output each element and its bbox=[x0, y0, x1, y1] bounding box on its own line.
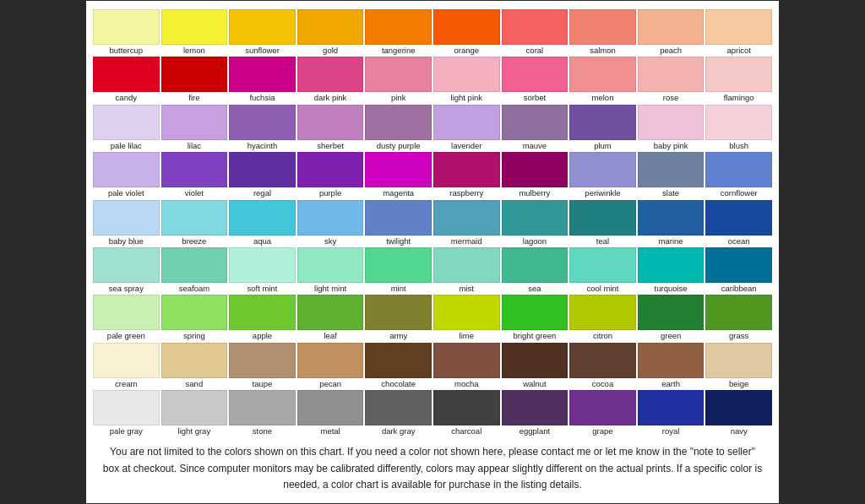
color-swatch bbox=[365, 105, 432, 140]
color-cell: coral bbox=[502, 9, 569, 55]
color-cell: pecan bbox=[297, 343, 364, 388]
color-cell: periwinkle bbox=[569, 152, 636, 198]
color-swatch bbox=[365, 200, 432, 236]
color-cell: mulberry bbox=[502, 152, 569, 198]
color-swatch bbox=[161, 343, 228, 378]
color-cell: sand bbox=[161, 343, 228, 388]
color-label: lavender bbox=[451, 141, 481, 150]
color-swatch bbox=[569, 390, 636, 425]
color-label: pale lilac bbox=[111, 141, 142, 150]
color-cell: hyacinth bbox=[229, 105, 296, 150]
color-cell: tangerine bbox=[365, 9, 432, 55]
color-label: stone bbox=[253, 426, 272, 436]
color-label: pink bbox=[391, 93, 405, 102]
color-label: blush bbox=[729, 141, 748, 150]
color-cell: raspberry bbox=[433, 152, 500, 198]
color-swatch bbox=[297, 152, 364, 187]
color-label: grape bbox=[592, 426, 612, 436]
color-cell: grape bbox=[569, 390, 636, 436]
color-label: pale gray bbox=[110, 426, 143, 436]
color-cell: twilight bbox=[365, 200, 432, 246]
color-swatch bbox=[433, 247, 500, 283]
color-swatch bbox=[93, 9, 160, 45]
color-swatch bbox=[297, 200, 364, 236]
color-swatch bbox=[502, 247, 569, 283]
color-label: dusty purple bbox=[377, 141, 421, 150]
color-swatch bbox=[502, 9, 569, 45]
color-swatch bbox=[638, 200, 705, 236]
color-label: dark pink bbox=[314, 93, 347, 102]
color-swatch bbox=[433, 390, 500, 425]
color-cell: pink bbox=[365, 57, 432, 102]
color-cell: grass bbox=[705, 295, 772, 340]
color-swatch bbox=[297, 9, 364, 45]
color-label: light mint bbox=[314, 284, 346, 293]
color-swatch bbox=[229, 295, 296, 330]
color-label: cream bbox=[115, 379, 137, 388]
color-label: beige bbox=[729, 379, 748, 388]
color-label: sky bbox=[324, 236, 336, 246]
color-swatch bbox=[297, 343, 364, 378]
color-cell: mermaid bbox=[433, 200, 500, 246]
color-cell: turquoise bbox=[638, 247, 705, 293]
color-label: purple bbox=[319, 188, 341, 198]
color-label: bright green bbox=[514, 331, 557, 340]
color-label: eggplant bbox=[520, 426, 550, 436]
color-label: royal bbox=[662, 426, 680, 436]
color-cell: cream bbox=[93, 343, 160, 388]
color-swatch bbox=[705, 57, 772, 92]
color-swatch bbox=[229, 343, 296, 378]
color-label: mocha bbox=[454, 379, 479, 388]
color-swatch bbox=[638, 152, 705, 187]
color-label: pecan bbox=[319, 379, 341, 388]
color-label: pale violet bbox=[108, 188, 144, 198]
color-swatch bbox=[297, 390, 364, 425]
color-label: sea spray bbox=[109, 284, 144, 293]
color-swatch bbox=[502, 152, 569, 187]
color-cell: charcoal bbox=[433, 390, 500, 436]
color-cell: cocoa bbox=[569, 343, 636, 388]
color-label: raspberry bbox=[449, 188, 483, 198]
color-label: mulberry bbox=[519, 188, 550, 198]
color-cell: slate bbox=[638, 152, 705, 198]
color-swatch bbox=[638, 105, 705, 140]
color-cell: gold bbox=[297, 9, 364, 55]
color-cell: orange bbox=[433, 9, 500, 55]
color-cell: eggplant bbox=[502, 390, 569, 436]
color-cell: peach bbox=[638, 9, 705, 55]
color-cell: sorbet bbox=[502, 57, 569, 102]
color-label: lagoon bbox=[523, 236, 547, 246]
color-swatch bbox=[93, 343, 160, 378]
color-label: walnut bbox=[523, 379, 546, 388]
color-cell: mist bbox=[433, 247, 500, 293]
color-label: buttercup bbox=[109, 46, 143, 55]
color-label: apple bbox=[253, 331, 272, 340]
color-label: fire bbox=[188, 93, 199, 102]
color-cell: candy bbox=[93, 57, 160, 102]
color-label: charcoal bbox=[451, 426, 481, 436]
color-cell: mauve bbox=[502, 105, 569, 150]
color-cell: salmon bbox=[569, 9, 636, 55]
color-swatch bbox=[297, 295, 364, 330]
color-grid: buttercuplemonsunflowergoldtangerineoran… bbox=[93, 9, 772, 436]
color-swatch bbox=[297, 247, 364, 283]
color-swatch bbox=[161, 390, 228, 425]
color-label: light pink bbox=[451, 93, 483, 102]
color-label: lilac bbox=[188, 141, 201, 150]
color-swatch bbox=[569, 343, 636, 378]
color-cell: pale gray bbox=[93, 390, 160, 436]
color-swatch bbox=[365, 295, 432, 330]
color-label: chocolate bbox=[381, 379, 416, 388]
color-swatch bbox=[705, 200, 772, 236]
color-cell: melon bbox=[569, 57, 636, 102]
color-swatch bbox=[93, 390, 160, 425]
color-label: turquoise bbox=[655, 284, 688, 293]
color-label: lime bbox=[460, 331, 474, 340]
color-label: metal bbox=[320, 426, 340, 436]
color-label: mermaid bbox=[451, 236, 482, 246]
color-cell: rose bbox=[638, 57, 705, 102]
color-label: navy bbox=[731, 426, 748, 436]
color-label: slate bbox=[662, 188, 679, 198]
color-cell: pale lilac bbox=[93, 105, 160, 150]
color-cell: cool mint bbox=[569, 247, 636, 293]
